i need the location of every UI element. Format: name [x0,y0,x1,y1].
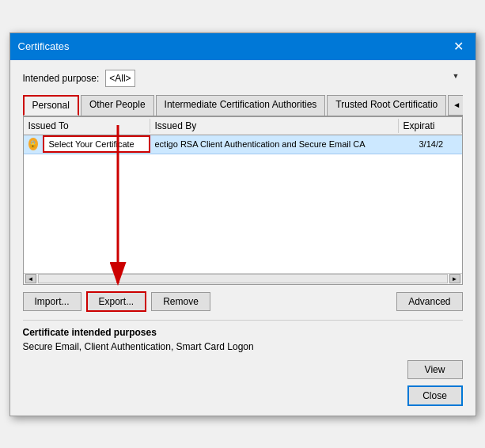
advanced-button[interactable]: Advanced [396,292,462,311]
view-row: View [23,360,463,379]
cert-icon: 🔒 [24,135,43,153]
table-row[interactable]: 🔒 Select Your Certificate ectigo RSA Cli… [24,135,462,154]
close-button[interactable]: Close [407,385,463,406]
intended-purpose-select[interactable]: <All> [105,70,135,87]
horizontal-scrollbar: ◄ ► [24,273,462,284]
scroll-right-button[interactable]: ► [449,274,460,283]
tab-bar: Personal Other People Intermediate Certi… [23,95,463,116]
close-row: Close [23,385,463,406]
table-header: Issued To Issued By Expirati [24,117,462,135]
cell-expiry: 3/14/2 [415,137,462,151]
certificates-table: Issued To Issued By Expirati 🔒 Select Yo… [23,116,463,285]
info-section-value: Secure Email, Client Authentication, Sma… [23,341,463,352]
action-buttons-row: Import... Export... Remove Advanced [23,291,463,312]
certificates-dialog: Certificates ✕ Intended purpose: <All> P… [9,32,476,416]
intended-purpose-wrapper: <All> [105,70,462,87]
scroll-track[interactable] [38,274,448,283]
tab-trusted-root[interactable]: Trusted Root Certificatio [327,95,446,116]
col-header-expiry: Expirati [399,119,462,133]
col-header-issued-to: Issued To [24,119,150,133]
cell-issued-to: Select Your Certificate [43,135,150,153]
title-bar: Certificates ✕ [10,33,476,60]
intended-purpose-label: Intended purpose: [23,73,100,84]
col-header-issued-by: Issued By [150,119,399,133]
intended-purpose-row: Intended purpose: <All> [23,70,463,87]
certificate-icon: 🔒 [28,138,38,150]
tab-prev-button[interactable]: ◄ [448,95,462,116]
cell-issued-by: ectigo RSA Client Authentication and Sec… [150,137,415,151]
remove-button[interactable]: Remove [151,292,210,311]
close-x-button[interactable]: ✕ [450,38,468,55]
tab-personal[interactable]: Personal [23,95,79,116]
import-button[interactable]: Import... [23,292,81,311]
dialog-title: Certificates [18,40,70,52]
export-button[interactable]: Export... [86,291,147,312]
info-section: Certificate intended purposes Secure Ema… [23,320,463,379]
scroll-left-button[interactable]: ◄ [25,274,36,283]
info-section-label: Certificate intended purposes [23,327,463,338]
tab-intermediate[interactable]: Intermediate Certification Authorities [156,95,326,116]
dialog-body: Intended purpose: <All> Personal Other P… [10,60,476,416]
view-button[interactable]: View [407,360,463,379]
tab-other-people[interactable]: Other People [81,95,154,116]
table-empty-area [24,154,462,273]
